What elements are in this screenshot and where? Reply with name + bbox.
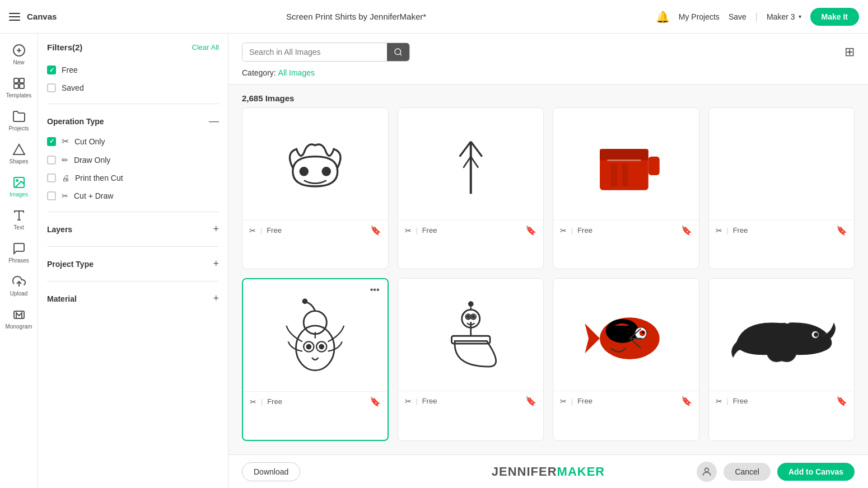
image-card[interactable]: ••• [398, 278, 544, 441]
sidebar-item-upload-label: Upload [10, 290, 28, 297]
card-image [398, 108, 544, 220]
card-image [553, 108, 699, 220]
card-options-icon[interactable]: ••• [367, 284, 383, 296]
svg-point-40 [606, 319, 639, 343]
layers-add-icon[interactable]: + [213, 223, 219, 235]
hamburger-menu-icon[interactable] [9, 13, 20, 21]
add-to-canvas-button[interactable]: Add to Canvas [777, 463, 855, 481]
make-it-button[interactable]: Make It [810, 8, 859, 26]
print-then-cut-label: Print then Cut [75, 173, 123, 182]
image-card[interactable]: ✂ | Free 🔖 [553, 107, 699, 269]
bookmark-icon[interactable]: 🔖 [681, 225, 692, 236]
svg-point-17 [323, 168, 330, 175]
filter-cut-only[interactable]: ✂ Cut Only [47, 132, 219, 151]
project-type-add-icon[interactable]: + [213, 258, 219, 270]
search-area: ⊞ Category: All Images [228, 34, 868, 85]
cut-operation-icon: ✂ [250, 397, 256, 406]
cut-draw-checkbox[interactable] [47, 191, 56, 200]
sidebar-item-templates-label: Templates [6, 92, 32, 98]
search-button[interactable] [387, 43, 409, 61]
divider-2 [47, 212, 219, 212]
material-section[interactable]: Material + [47, 288, 219, 309]
bookmark-icon[interactable]: 🔖 [525, 396, 536, 406]
image-card[interactable]: ••• ✂ | Free [708, 278, 855, 441]
sidebar-item-phrases[interactable]: Phrases [0, 236, 38, 269]
free-badge: Free [267, 397, 282, 406]
sidebar-item-monogram[interactable]: Monogram [0, 302, 38, 335]
image-card[interactable]: ••• [242, 278, 389, 441]
svg-point-30 [320, 345, 324, 349]
sidebar-item-text[interactable]: Text [0, 203, 38, 236]
icon-sidebar: New Templates Projects Shapes Images Tex… [0, 34, 38, 488]
sidebar-item-projects[interactable]: Projects [0, 104, 38, 137]
draw-only-checkbox[interactable] [47, 156, 56, 165]
card-footer: ✂ | Free 🔖 [553, 220, 699, 240]
images-count-header: 2,685 Images [228, 85, 868, 107]
machine-selector[interactable]: Maker 3 ▾ [767, 12, 801, 21]
operation-type-collapse-icon[interactable]: — [209, 115, 219, 127]
image-grid: ✂ | Free 🔖 [228, 107, 868, 454]
user-avatar-icon[interactable] [697, 462, 717, 482]
main-layout: New Templates Projects Shapes Images Tex… [0, 34, 868, 488]
bookmark-icon[interactable]: 🔖 [370, 396, 381, 407]
bookmark-icon[interactable]: 🔖 [525, 225, 536, 236]
red-fish-image [562, 290, 690, 379]
notification-bell-icon[interactable]: 🔔 [656, 10, 670, 24]
cut-only-checkbox[interactable] [47, 137, 56, 146]
card-footer: ✂ | Free 🔖 [553, 391, 699, 411]
svg-marker-7 [13, 144, 25, 154]
save-button[interactable]: Save [729, 12, 746, 21]
print-then-cut-checkbox[interactable] [47, 173, 56, 182]
card-meta: ✂ | Free [405, 397, 437, 406]
svg-point-46 [705, 468, 709, 472]
divider-3 [47, 246, 219, 247]
download-button[interactable]: Download [242, 462, 300, 481]
sidebar-item-templates[interactable]: Templates [0, 71, 38, 104]
free-checkbox[interactable] [47, 65, 56, 74]
image-card[interactable]: ✂ | Free 🔖 [708, 107, 855, 269]
filter-print-then-cut[interactable]: 🖨 Print then Cut [47, 169, 219, 187]
svg-rect-20 [648, 157, 660, 175]
bottom-bar: Download JENNIFERMAKER Cancel Add to Can… [228, 454, 868, 488]
bookmark-icon[interactable]: 🔖 [370, 225, 381, 236]
my-projects-link[interactable]: My Projects [679, 12, 720, 21]
grid-view-toggle[interactable]: ⊞ [844, 45, 855, 59]
cut-operation-icon: ✂ [716, 226, 722, 235]
saved-checkbox[interactable] [47, 83, 56, 92]
free-badge: Free [733, 397, 748, 405]
bookmark-icon[interactable]: 🔖 [681, 396, 692, 406]
card-meta: ✂ | Free [716, 397, 748, 406]
sidebar-item-shapes[interactable]: Shapes [0, 137, 38, 170]
image-card[interactable]: ✂ | Free 🔖 [398, 107, 544, 269]
search-input[interactable] [242, 43, 387, 61]
filter-free[interactable]: Free [47, 61, 219, 79]
brand-logo: JENNIFERMAKER [492, 464, 605, 479]
material-add-icon[interactable]: + [213, 293, 219, 304]
project-type-section[interactable]: Project Type + [47, 254, 219, 274]
card-meta: ✂ | Free [250, 397, 282, 406]
card-meta: ✂ | Free [249, 226, 282, 235]
svg-point-26 [304, 311, 326, 334]
filter-cut-draw[interactable]: ✂ Cut + Draw [47, 187, 219, 205]
cancel-button[interactable]: Cancel [724, 463, 771, 481]
operation-type-section[interactable]: Operation Type — [47, 111, 219, 132]
project-title: Screen Print Shirts by JenniferMaker* [66, 12, 646, 21]
filter-panel: Filters(2) Clear All Free Saved Operatio… [38, 34, 228, 488]
card-image [709, 279, 855, 391]
layers-section[interactable]: Layers + [47, 219, 219, 240]
image-card[interactable]: ✂ | Free 🔖 [242, 107, 389, 269]
svg-point-31 [303, 299, 307, 303]
sidebar-item-images[interactable]: Images [0, 170, 38, 203]
clear-all-button[interactable]: Clear All [192, 43, 219, 51]
sidebar-item-projects-label: Projects [8, 125, 29, 132]
free-badge: Free [577, 226, 592, 234]
image-card[interactable]: ••• ✂ [553, 278, 699, 441]
svg-rect-5 [14, 84, 18, 88]
filter-draw-only[interactable]: ✏ Draw Only [47, 151, 219, 169]
bookmark-icon[interactable]: 🔖 [836, 225, 847, 236]
sidebar-item-upload[interactable]: Upload [0, 269, 38, 302]
filter-saved[interactable]: Saved [47, 79, 219, 97]
filter-header: Filters(2) Clear All [47, 43, 219, 52]
bookmark-icon[interactable]: 🔖 [836, 396, 847, 406]
sidebar-item-new[interactable]: New [0, 38, 38, 71]
